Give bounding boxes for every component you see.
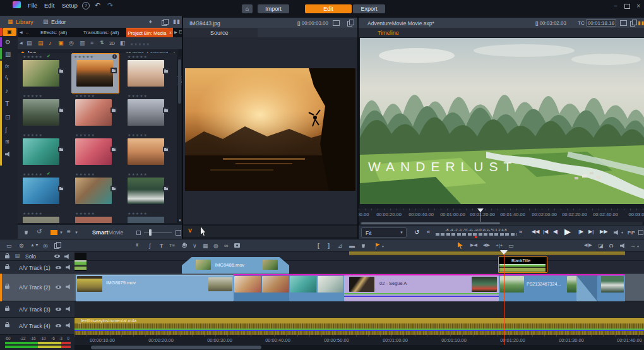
mark-out-icon[interactable]: ] <box>328 243 330 249</box>
tab-close-icon[interactable]: x <box>168 28 173 37</box>
select-tool-icon[interactable] <box>458 242 463 249</box>
clip-video-selected[interactable] <box>289 275 344 301</box>
speaker-icon[interactable] <box>66 306 71 311</box>
clip-video-selected[interactable] <box>234 275 289 301</box>
copy-view-icon[interactable] <box>347 21 352 27</box>
tab-editor[interactable]: Editor <box>51 19 66 25</box>
clip-montage[interactable] <box>75 253 86 271</box>
undock-icon[interactable] <box>620 20 627 26</box>
home-button[interactable]: ⌂ <box>242 4 253 13</box>
sort-icon[interactable]: ⇅ <box>100 40 104 45</box>
track-header-av4[interactable]: A/V Track (4) <box>0 318 75 335</box>
track-transparency-icon[interactable]: ∨ <box>193 243 197 249</box>
clip-title-selected[interactable]: BlankTitle <box>498 256 547 273</box>
eye-icon[interactable] <box>56 266 61 269</box>
slide-tool-icon[interactable]: ▬ <box>349 243 355 249</box>
tab-effects[interactable]: Effects: (all) <box>33 28 75 37</box>
minimize-button[interactable]: − <box>614 3 617 9</box>
smartmovie-label-bold[interactable]: Smart <box>92 229 109 236</box>
tab-source[interactable]: Source <box>210 30 229 36</box>
next-edit-button[interactable]: ▶| <box>588 229 593 234</box>
subtitle-tool-icon[interactable]: T≡ <box>169 243 175 248</box>
audio-monitor-icon[interactable] <box>620 243 626 248</box>
rail-collections-icon[interactable]: ▥ <box>5 51 11 57</box>
media-item-selected[interactable]: ★★★★★ i <box>71 53 119 94</box>
rating-filter-stars[interactable]: ★★★★★ <box>130 42 150 47</box>
track-header-size-icon[interactable]: ▲▼ <box>30 243 39 247</box>
back-icon[interactable]: ◀ <box>20 41 23 45</box>
media-item[interactable]: ★★★★★ <box>75 211 119 216</box>
marker-dropdown-icon[interactable]: ▼ <box>381 244 385 248</box>
zoom-in-box-icon[interactable] <box>176 230 181 236</box>
clip-video[interactable]: IMG8679.mov <box>76 275 234 301</box>
zoom-out-box-icon[interactable] <box>136 231 141 235</box>
copy-view-icon[interactable] <box>630 21 635 27</box>
shuttle-right-icon[interactable]: » <box>519 229 522 235</box>
refresh-icon[interactable]: ↺ <box>37 229 42 235</box>
list-view-icon[interactable]: ≡ <box>90 40 93 46</box>
range-bar[interactable] <box>349 251 625 255</box>
eye-icon[interactable] <box>56 286 61 289</box>
undock-icon[interactable] <box>333 20 340 26</box>
audio-filter-icon[interactable]: ♪ <box>49 40 52 46</box>
menu-edit[interactable]: Edit <box>44 2 54 9</box>
scorefitter-icon[interactable]: ∫ <box>149 243 150 249</box>
add-media-icon[interactable]: ▤ <box>27 40 32 46</box>
timeline-scrollbar[interactable] <box>75 345 644 350</box>
library-scrollbar[interactable] <box>178 57 181 219</box>
lock-icon[interactable] <box>5 324 9 327</box>
scrollbar-thumb[interactable] <box>361 222 500 224</box>
speaker-icon[interactable] <box>64 254 70 259</box>
scrollbar-thumb[interactable] <box>91 346 261 349</box>
rail-sound-icon[interactable] <box>5 152 11 157</box>
media-item[interactable]: ★★★★★✔ <box>23 172 67 177</box>
tabs-scroll-left-icon[interactable]: ◀ <box>20 30 23 34</box>
tab-timeline[interactable]: Timeline <box>378 30 399 36</box>
playhead-marker[interactable] <box>500 250 508 255</box>
rail-settings-icon[interactable]: ⚙ <box>5 39 11 45</box>
autoscroll-dropdown-icon[interactable]: ▼ <box>636 244 640 248</box>
play-button[interactable]: ▶ <box>564 227 571 236</box>
detail-view-icon[interactable]: ≡ <box>67 229 71 235</box>
close-button[interactable]: × <box>636 3 640 9</box>
audio-ducking-icon[interactable]: ılıl <box>136 243 138 247</box>
rail-captions-icon[interactable]: ⊞ <box>5 139 9 145</box>
speaker-icon[interactable] <box>66 265 71 270</box>
playhead-line[interactable] <box>504 250 504 345</box>
volume-dropdown-icon[interactable]: ▼ <box>621 231 624 234</box>
tab-overflow[interactable]: .. <box>24 28 30 37</box>
magnet-snap-icon[interactable]: C <box>608 244 614 248</box>
rail-scorefitter-icon[interactable]: ∫ <box>5 126 7 133</box>
rail-media-icon[interactable]: ▣ <box>3 28 16 36</box>
rail-effects-icon[interactable]: fx <box>5 63 9 69</box>
help-icon[interactable]: ? <box>82 2 90 9</box>
copy-icon[interactable] <box>54 243 59 249</box>
link-icon[interactable]: ∞ <box>224 243 228 249</box>
track-header-av1[interactable]: A/V Track (1) <box>0 261 75 274</box>
media-item[interactable]: ★★★★★ <box>23 94 67 99</box>
edit-button[interactable]: Edit <box>305 4 352 13</box>
step-back-button[interactable]: ◀| <box>553 229 558 234</box>
media-item[interactable]: ★★★★★ <box>75 133 119 138</box>
voiceover-icon[interactable] <box>183 243 186 246</box>
info-icon[interactable]: i <box>112 54 117 59</box>
menu-file[interactable]: File <box>28 2 37 9</box>
volume-icon[interactable] <box>614 230 619 235</box>
folder-icon[interactable]: ▥ <box>80 40 85 46</box>
step-forward-button[interactable]: |▶ <box>578 229 583 234</box>
track-lane-av1[interactable] <box>75 261 644 274</box>
clip-audio[interactable]: _feelthiswayinstrumental.m4a <box>75 318 644 335</box>
export-button[interactable]: Export <box>353 4 385 13</box>
snapshot-icon[interactable] <box>234 243 240 248</box>
eye-icon[interactable] <box>56 308 61 311</box>
media-item[interactable]: ★★★★★✔ <box>23 54 67 59</box>
delete-icon[interactable] <box>361 243 366 248</box>
track-header-av3[interactable]: A/V Track (3) <box>0 301 75 318</box>
clip-video-selected[interactable] <box>597 275 625 301</box>
jump-end-button[interactable]: ▶▶ <box>600 229 607 234</box>
videos-filter-icon[interactable]: ▤ <box>38 40 44 46</box>
media-item[interactable]: ★★★★★ <box>75 94 119 99</box>
detail-view-dropdown-icon[interactable]: ▼ <box>75 231 78 234</box>
media-item[interactable]: ★★★★★ <box>128 133 172 138</box>
lock-icon[interactable] <box>5 266 9 269</box>
